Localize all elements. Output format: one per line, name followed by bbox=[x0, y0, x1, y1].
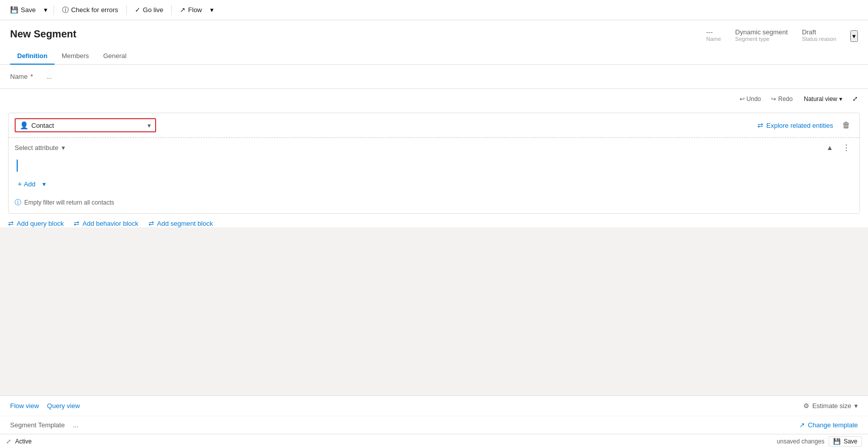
status-bar: ⤢ Active unsaved changes 💾 Save bbox=[0, 434, 868, 448]
block-header-right: ⇄ Explore related entities 🗑 bbox=[757, 120, 853, 131]
attribute-selector-caret-icon: ▾ bbox=[62, 144, 65, 152]
status-text: Active bbox=[15, 438, 32, 445]
add-query-block-button[interactable]: ⇄ Add query block bbox=[8, 220, 64, 227]
unsaved-changes-text: unsaved changes bbox=[777, 438, 825, 445]
segment-block-header: 👤 Contact ▾ ⇄ Explore related entities 🗑 bbox=[9, 113, 859, 137]
add-segment-label: Add segment block bbox=[157, 220, 213, 227]
tabs-bar: Definition Members General bbox=[0, 48, 868, 65]
contact-selector[interactable]: 👤 Contact ▾ bbox=[15, 118, 156, 132]
view-select-caret-icon: ▾ bbox=[839, 95, 842, 103]
flow-view-tab[interactable]: Flow view bbox=[10, 401, 39, 411]
add-segment-block-button[interactable]: ⇄ Add segment block bbox=[149, 220, 213, 227]
add-behavior-label: Add behavior block bbox=[82, 220, 138, 227]
add-segment-icon: ⇄ bbox=[149, 220, 154, 227]
page-area: New Segment --- Name Dynamic segment Seg… bbox=[0, 20, 868, 434]
name-form-section: Name * ... bbox=[0, 65, 868, 89]
header-expand-button[interactable]: ▾ bbox=[850, 30, 858, 42]
main-content: Name * ... ↩ Undo ↪ Redo Natural view bbox=[0, 65, 868, 395]
estimate-caret-icon: ▾ bbox=[854, 402, 858, 410]
template-value: ... bbox=[73, 421, 78, 429]
status-left: ⤢ Active bbox=[6, 438, 32, 445]
query-builder-area: ↩ Undo ↪ Redo Natural view ▾ ⤢ bbox=[0, 89, 868, 227]
tab-general[interactable]: General bbox=[96, 48, 133, 65]
redo-button[interactable]: ↪ Redo bbox=[768, 93, 796, 105]
header-name-field: --- Name bbox=[706, 28, 721, 42]
add-behavior-icon: ⇄ bbox=[74, 220, 79, 227]
save-status-label: Save bbox=[844, 438, 857, 445]
save-button[interactable]: 💾 Save bbox=[6, 4, 40, 16]
redo-label: Redo bbox=[778, 95, 793, 103]
status-expand-icon: ⤢ bbox=[6, 438, 11, 445]
query-builder-toolbar: ↩ Undo ↪ Redo Natural view ▾ ⤢ bbox=[0, 89, 868, 109]
flow-caret[interactable]: ▾ bbox=[208, 4, 216, 16]
go-live-button[interactable]: ✓ Go live bbox=[131, 4, 167, 16]
header-name-value: --- bbox=[706, 28, 713, 36]
toolbar-divider-1 bbox=[54, 5, 54, 15]
add-query-icon: ⇄ bbox=[8, 220, 14, 227]
undo-button[interactable]: ↩ Undo bbox=[737, 93, 764, 105]
required-star: * bbox=[30, 73, 33, 80]
more-options-button[interactable]: ⋮ bbox=[839, 142, 853, 154]
template-label: Segment Template bbox=[10, 421, 65, 429]
tab-definition-label: Definition bbox=[17, 52, 47, 60]
attribute-row-right: ▲ ⋮ bbox=[825, 142, 853, 154]
add-plus-icon: + bbox=[18, 180, 22, 188]
delete-block-button[interactable]: 🗑 bbox=[839, 120, 853, 131]
page-title: New Segment bbox=[10, 28, 76, 40]
collapse-button[interactable]: ▲ bbox=[825, 143, 835, 153]
empty-filter-notice: ⓘ Empty filter will return all contacts bbox=[9, 194, 859, 213]
main-toolbar: 💾 Save ▾ ⓘ Check for errors ✓ Go live ↗ … bbox=[0, 0, 868, 20]
save-label: Save bbox=[21, 6, 36, 14]
explore-related-entities-button[interactable]: ⇄ Explore related entities bbox=[757, 121, 833, 129]
view-select-button[interactable]: Natural view ▾ bbox=[800, 93, 846, 105]
page-header: New Segment --- Name Dynamic segment Seg… bbox=[0, 20, 868, 42]
add-row: + Add ▾ bbox=[9, 174, 859, 194]
redo-icon: ↪ bbox=[771, 95, 776, 103]
check-errors-button[interactable]: ⓘ Check for errors bbox=[58, 3, 122, 17]
toolbar-divider-2 bbox=[126, 5, 127, 15]
attribute-selector[interactable]: Select attribute ▾ bbox=[15, 144, 65, 152]
expand-icon: ⤢ bbox=[852, 95, 858, 103]
add-behavior-block-button[interactable]: ⇄ Add behavior block bbox=[74, 220, 138, 227]
segment-template-row: Segment Template ... ↗ Change template bbox=[0, 416, 868, 434]
name-value: ... bbox=[46, 73, 52, 80]
delete-icon: 🗑 bbox=[842, 121, 850, 129]
header-status-field: Draft Status reason bbox=[802, 28, 836, 42]
explore-icon: ⇄ bbox=[757, 121, 763, 129]
add-caret-icon: ▾ bbox=[42, 180, 46, 188]
change-template-button[interactable]: ↗ Change template bbox=[799, 421, 858, 429]
add-caret-button[interactable]: ▾ bbox=[41, 178, 47, 190]
go-live-icon: ✓ bbox=[135, 6, 140, 14]
info-icon: ⓘ bbox=[15, 198, 21, 207]
add-query-label: Add query block bbox=[17, 220, 64, 227]
flow-button[interactable]: ↗ Flow bbox=[176, 4, 206, 16]
flow-label: Flow bbox=[188, 6, 202, 14]
contact-icon: 👤 bbox=[20, 121, 28, 129]
add-button[interactable]: + Add bbox=[15, 178, 38, 190]
bottom-panel-header: Flow view Query view ⚙ Estimate size ▾ bbox=[0, 396, 868, 416]
expand-button[interactable]: ⤢ bbox=[850, 93, 860, 105]
header-status-label: Status reason bbox=[802, 36, 836, 42]
go-live-label: Go live bbox=[143, 6, 163, 14]
explore-label: Explore related entities bbox=[766, 122, 833, 129]
save-caret[interactable]: ▾ bbox=[42, 4, 50, 16]
flow-caret-icon: ▾ bbox=[210, 6, 214, 14]
save-status-button[interactable]: 💾 Save bbox=[829, 436, 862, 446]
bottom-panel: Flow view Query view ⚙ Estimate size ▾ S… bbox=[0, 395, 868, 434]
estimate-size-button[interactable]: ⚙ Estimate size ▾ bbox=[803, 402, 858, 410]
save-icon: 💾 bbox=[10, 6, 18, 14]
block-bottom-actions: ⇄ Add query block ⇄ Add behavior block ⇄… bbox=[8, 220, 860, 227]
attribute-row: Select attribute ▾ ▲ ⋮ bbox=[9, 137, 859, 158]
change-template-icon: ↗ bbox=[799, 421, 805, 429]
cursor-line bbox=[17, 160, 853, 172]
header-segment-type-value: Dynamic segment bbox=[735, 28, 788, 36]
tab-members[interactable]: Members bbox=[55, 48, 96, 65]
header-segment-type-label: Segment type bbox=[735, 36, 769, 42]
header-segment-type-field: Dynamic segment Segment type bbox=[735, 28, 788, 42]
tab-definition[interactable]: Definition bbox=[10, 48, 55, 65]
more-options-icon: ⋮ bbox=[842, 143, 850, 152]
toolbar-divider-3 bbox=[171, 5, 172, 15]
estimate-icon: ⚙ bbox=[803, 402, 809, 410]
save-status-icon: 💾 bbox=[833, 438, 841, 445]
query-view-tab[interactable]: Query view bbox=[47, 401, 80, 411]
